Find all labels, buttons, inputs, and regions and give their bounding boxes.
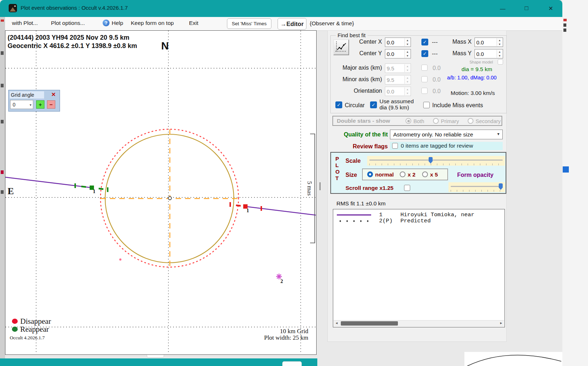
scroll-left-arrow[interactable]: ◄ [334,321,340,326]
center-y-checkbox[interactable]: ✓ [421,50,428,57]
center-y-spinner[interactable]: ▲▼ [404,50,410,58]
quality-label: Quality of the fit [331,131,388,138]
control-panel: Find best fit Center X ▲▼ ✓ --- Mass X ▲… [327,30,507,342]
mass-x-spinner[interactable]: ▲▼ [497,38,502,46]
use-assumed-label: Use assumed dia (9.5 km) [379,98,414,110]
scrollbar-thumb[interactable] [341,321,398,326]
size-normal-radio[interactable] [367,171,373,177]
size-normal-label: normal [375,171,394,178]
major-axis-checkbox[interactable] [421,65,428,71]
opacity-slider-ticks [451,190,503,192]
menu-help[interactable]: Help [112,20,123,26]
review-flags-checkbox[interactable] [392,143,398,149]
orientation-field[interactable]: ▲▼ [385,87,411,96]
plot-drawing: 1 1 2 (204144) 2003 YH94 2025 Nov 20 9.5… [5,31,316,354]
chord-2-label: 2 [280,279,283,284]
plot-canvas[interactable]: 1 1 2 (204144) 2003 YH94 2025 Nov 20 9.5… [5,30,317,355]
set-miss-times-button[interactable]: Set 'Miss' Times [227,18,271,29]
mass-y-spinner[interactable]: ▲▼ [497,50,502,58]
major-axis-zero-label: 0.0 [433,65,441,71]
scroll-range-checkbox[interactable] [404,185,410,191]
include-miss-checkbox[interactable] [423,102,430,108]
center-x-checkbox[interactable]: ✓ [421,39,428,45]
chord-1-disappear-marks[interactable] [229,202,262,211]
shape-model-checkbox[interactable] [498,59,503,65]
grid-angle-minus-button[interactable]: − [47,100,55,109]
center-x-field[interactable]: ▲▼ [385,38,411,47]
orientation-zero-label: 0.0 [433,88,441,95]
grid-angle-plus-button[interactable]: + [36,100,44,109]
minor-axis-field[interactable]: ▲▼ [385,75,411,84]
size-x2-radio[interactable] [400,171,405,177]
menu-keep-form-on-top[interactable]: Keep form on top [131,20,174,26]
splitter-handle[interactable] [319,182,321,190]
scroll-left-icon: ◄ [336,322,338,325]
scale-slider[interactable] [367,156,505,166]
editor-button[interactable]: →Editor [278,18,306,30]
major-axis-spinner[interactable]: ▲▼ [404,64,410,72]
spin-down-icon: ▼ [405,42,410,46]
list-horizontal-scrollbar[interactable]: ◄ ► [334,320,504,327]
major-axis-field[interactable]: ▲▼ [385,64,411,73]
fit-chart-button[interactable] [333,39,349,55]
center-x-input[interactable] [387,38,404,46]
major-axis-input[interactable] [387,64,404,72]
legend-reappear-icon [12,327,18,332]
close-button[interactable]: ✕ [545,3,557,13]
legend-disappear-icon [12,319,18,324]
grid-angle-close-button[interactable]: ✕ [50,91,57,98]
legend-reappear-label: Reappear [20,325,49,334]
list-item[interactable]: 2(P) Predicted [333,218,505,224]
double-both-radio[interactable] [405,118,411,124]
scroll-range-label: Scroll range x1.25 [345,185,394,191]
center-y-field[interactable]: ▲▼ [385,49,411,58]
orientation-label: Orientation [338,88,382,94]
maximize-button[interactable]: □ [520,3,533,13]
minor-axis-spinner[interactable]: ▲▼ [404,76,410,84]
mas-scale-label: 5 mas [306,181,313,196]
mass-y-input[interactable] [476,50,496,58]
menu-plot-options[interactable]: Plot options... [51,20,85,26]
chord-1-reappear-marks[interactable] [74,183,108,192]
observations-list[interactable]: 1 Hiroyuki Tomioka, near 2(P) Predicted … [333,209,505,327]
opacity-slider-thumb[interactable] [499,183,503,190]
menu-exit[interactable]: Exit [189,20,198,26]
scale-slider-ticks [369,164,503,165]
check-icon: ✓ [337,102,341,108]
mass-y-field[interactable]: ▲▼ [475,49,503,58]
help-icon[interactable]: ? [103,19,110,26]
spin-up-icon: ▲ [497,50,502,54]
orientation-input[interactable] [387,87,404,95]
minor-axis-checkbox[interactable] [421,76,428,82]
plot-vertical-letter-p: P [335,156,339,162]
scale-slider-thumb[interactable] [429,157,433,164]
ab-dmag-label: a/b: 1.00, dMag: 0.00 [447,75,505,80]
list-item[interactable]: 1 Hiroyuki Tomioka, near [333,212,505,218]
scroll-right-arrow[interactable]: ► [498,321,504,326]
use-assumed-checkbox[interactable]: ✓ [370,101,377,108]
quality-combobox[interactable]: Astrometry only. No reliable size ▾ [390,130,503,139]
observation-index: 1 [379,212,382,218]
close-icon: ✕ [51,91,56,97]
plot-settings-panel: P L O T Scale Size normal x 2 x 5 Form o… [330,152,506,194]
minor-axis-input[interactable] [387,76,404,84]
minimize-button[interactable]: — [497,3,509,13]
orientation-checkbox[interactable] [421,88,428,94]
menu-with-plot[interactable]: with Plot... [12,20,38,26]
spin-up-icon: ▲ [405,87,410,91]
plot-title-line1: (204144) 2003 YH94 2025 Nov 20 9.5 km [8,34,129,41]
mass-x-input[interactable] [476,38,496,46]
mass-x-field[interactable]: ▲▼ [475,38,503,47]
observation-name: Predicted [400,218,431,224]
spin-down-icon: ▼ [497,54,502,58]
center-x-spinner[interactable]: ▲▼ [404,38,410,46]
double-secondary-radio[interactable] [468,118,473,124]
center-y-input[interactable] [387,50,404,58]
grid-angle-select[interactable]: 0▾ [10,100,33,109]
background-right-scroll-thumb[interactable] [563,166,569,173]
size-x5-radio[interactable] [422,171,428,177]
orientation-spinner[interactable]: ▲▼ [404,87,410,95]
double-primary-radio[interactable] [433,118,439,124]
opacity-slider[interactable] [448,182,505,192]
circular-checkbox[interactable]: ✓ [335,101,342,108]
